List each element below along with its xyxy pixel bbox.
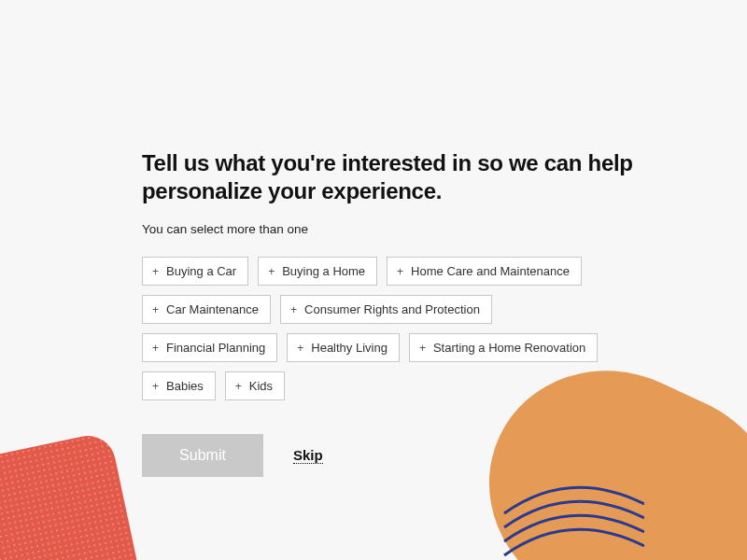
chip-label: Kids [249, 379, 273, 393]
page-title: Tell us what you're interested in so we … [142, 149, 635, 205]
plus-icon: + [152, 381, 159, 392]
chip-label: Financial Planning [166, 341, 265, 355]
plus-icon: + [268, 266, 275, 277]
plus-icon: + [152, 304, 159, 315]
chip-label: Starting a Home Renovation [433, 341, 585, 355]
chip-label: Consumer Rights and Protection [304, 302, 480, 316]
interest-chip-home-renovation[interactable]: + Starting a Home Renovation [409, 333, 598, 362]
interest-chip-car-maintenance[interactable]: + Car Maintenance [142, 295, 271, 324]
submit-button[interactable]: Submit [142, 434, 263, 477]
skip-link[interactable]: Skip [293, 447, 323, 464]
interest-chip-consumer-rights[interactable]: + Consumer Rights and Protection [280, 295, 492, 324]
interest-chip-buying-a-home[interactable]: + Buying a Home [258, 257, 377, 286]
chip-label: Car Maintenance [166, 302, 259, 316]
page-subtitle: You can select more than one [142, 222, 635, 236]
plus-icon: + [290, 304, 297, 315]
interest-chip-healthy-living[interactable]: + Healthy Living [287, 333, 400, 362]
chip-label: Buying a Car [166, 264, 236, 278]
plus-icon: + [397, 266, 403, 277]
plus-icon: + [152, 266, 159, 277]
chip-label: Babies [166, 379, 204, 393]
interest-chip-babies[interactable]: + Babies [142, 371, 216, 400]
action-bar: Submit Skip [142, 434, 635, 477]
interest-chip-kids[interactable]: + Kids [225, 371, 285, 400]
interest-chip-buying-a-car[interactable]: + Buying a Car [142, 257, 248, 286]
chip-label: Healthy Living [311, 341, 388, 355]
onboarding-interest-card: Tell us what you're interested in so we … [0, 0, 635, 477]
interest-chip-home-care[interactable]: + Home Care and Maintenance [387, 257, 582, 286]
chip-label: Home Care and Maintenance [411, 264, 570, 278]
chip-label: Buying a Home [282, 264, 365, 278]
plus-icon: + [235, 381, 242, 392]
plus-icon: + [419, 343, 426, 354]
interest-chip-group: + Buying a Car + Buying a Home + Home Ca… [142, 257, 627, 400]
interest-chip-financial-planning[interactable]: + Financial Planning [142, 333, 277, 362]
plus-icon: + [297, 343, 303, 354]
plus-icon: + [152, 343, 159, 354]
